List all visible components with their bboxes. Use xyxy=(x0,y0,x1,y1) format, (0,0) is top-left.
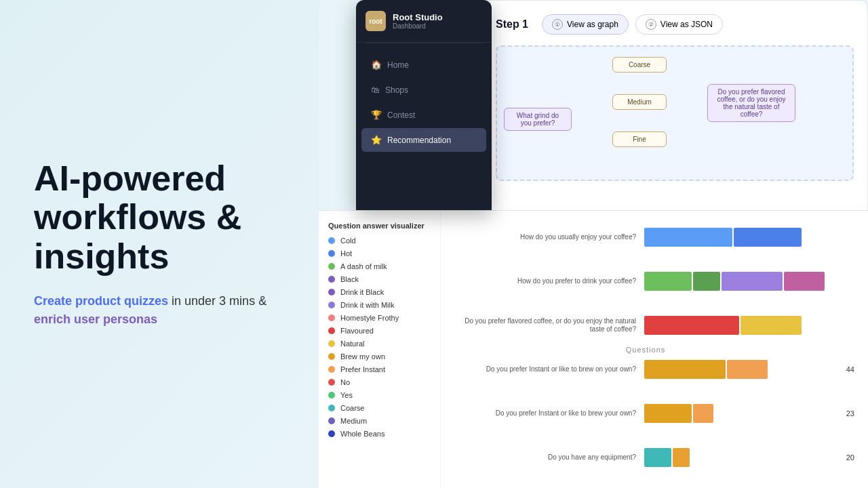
legend-label: Yes xyxy=(340,391,353,399)
chart-value: 23 xyxy=(846,409,854,418)
flow-node: Medium xyxy=(612,94,667,110)
chart-bar xyxy=(727,360,768,379)
view-graph-btn[interactable]: ① View as graph xyxy=(542,14,629,35)
legend-dot xyxy=(328,327,335,334)
flow-node: Coarse xyxy=(612,57,667,73)
nav-item-recommendation[interactable]: ⭐Recommendation xyxy=(361,128,486,152)
list-item: A dash of milk xyxy=(328,262,431,270)
chart-bars xyxy=(644,404,841,423)
chart-bar xyxy=(644,316,739,335)
table-row: How do you usually enjoy your coffee? xyxy=(454,218,854,258)
legend-label: Whole Beans xyxy=(340,430,384,438)
list-item: Brew my own xyxy=(328,352,431,361)
desc-mid: in under 3 mins & xyxy=(172,294,267,308)
legend-label: Cold xyxy=(340,237,356,245)
top-section: root Root Studio Dashboard 🏠Home🛍Shops🏆C… xyxy=(319,0,868,210)
chart-row-label: Do you prefer Instant or like to brew on… xyxy=(454,365,644,373)
list-item: Coarse xyxy=(328,404,431,412)
link-enrich-personas[interactable]: enrich user personas xyxy=(34,312,157,326)
app-header: root Root Studio Dashboard xyxy=(356,0,492,43)
list-item: Homestyle Frothy xyxy=(328,314,431,322)
nav-icon: 🏠 xyxy=(371,60,382,70)
link-create-quizzes[interactable]: Create product quizzes xyxy=(34,294,168,308)
app-title: Root Studio xyxy=(393,12,443,22)
app-window: root Root Studio Dashboard 🏠Home🛍Shops🏆C… xyxy=(356,0,492,210)
flow-node: Do you prefer flavored coffee, or do you… xyxy=(707,84,795,122)
legend-label: Flavoured xyxy=(340,327,374,335)
nav-icon: 🛍 xyxy=(371,85,380,95)
table-row: Do you prefer flavored coffee, or do you… xyxy=(454,306,854,346)
legend-label: Drink it Black xyxy=(340,288,384,296)
legend-label: Drink it with Milk xyxy=(340,301,394,309)
table-row: Do you have any equipment?20 xyxy=(454,437,854,477)
list-item: Cold xyxy=(328,237,431,245)
nav-item-home[interactable]: 🏠Home xyxy=(361,53,486,77)
bottom-section: Question answer visualizer ColdHotA dash… xyxy=(319,210,868,488)
view-graph-label: View as graph xyxy=(567,20,618,29)
table-row: Do you prefer Instant or like to brew on… xyxy=(454,349,854,389)
app-nav: 🏠Home🛍Shops🏆Contest⭐Recommendation xyxy=(356,43,492,161)
headline: AI-powered workflows & insights xyxy=(34,159,285,276)
view-json-label: View as JSON xyxy=(660,20,713,29)
chart-value: 44 xyxy=(846,365,854,373)
legend-dot xyxy=(328,379,335,386)
view-json-num: ② xyxy=(646,19,656,30)
chart-value: 20 xyxy=(846,453,854,462)
legend-dot xyxy=(328,263,335,270)
table-row: Do you prefer Instant or like to brew yo… xyxy=(454,393,854,433)
legend-items: ColdHotA dash of milkBlackDrink it Black… xyxy=(328,237,431,438)
legend-dot xyxy=(328,418,335,424)
table-row: How do you prefer to drink your coffee? xyxy=(454,262,854,302)
list-item: Drink it Black xyxy=(328,288,431,296)
legend-label: No xyxy=(340,378,350,386)
chart-bars xyxy=(644,360,841,379)
chart-row-label: Do you prefer Instant or like to brew yo… xyxy=(454,409,644,418)
legend-panel: Question answer visualizer ColdHotA dash… xyxy=(319,211,441,488)
chart-bar xyxy=(693,272,720,291)
nav-label: Contest xyxy=(387,110,415,120)
nav-item-contest[interactable]: 🏆Contest xyxy=(361,103,486,127)
legend-dot xyxy=(328,366,335,373)
view-json-btn[interactable]: ② View as JSON xyxy=(635,14,723,35)
list-item: Whole Beans xyxy=(328,430,431,438)
legend-label: Homestyle Frothy xyxy=(340,314,399,322)
list-item: No xyxy=(328,378,431,386)
chart-row-label: How do you usually enjoy your coffee? xyxy=(454,233,644,241)
legend-dot xyxy=(328,340,335,347)
nav-label: Shops xyxy=(385,85,408,95)
chart-bar xyxy=(644,404,692,423)
app-title-block: Root Studio Dashboard xyxy=(393,12,443,30)
legend-label: A dash of milk xyxy=(340,262,387,270)
chart-row-label: Do you prefer flavored coffee, or do you… xyxy=(454,317,644,333)
chart-bar xyxy=(644,228,732,247)
chart-bars xyxy=(644,228,854,247)
chart-bar xyxy=(644,272,692,291)
nav-item-shops[interactable]: 🛍Shops xyxy=(361,78,486,102)
description: Create product quizzes in under 3 mins &… xyxy=(34,292,285,329)
list-item: Hot xyxy=(328,249,431,258)
list-item: Drink it with Milk xyxy=(328,301,431,309)
chart-row-label: How do you prefer to drink your coffee? xyxy=(454,277,644,285)
chart-bars xyxy=(644,272,854,291)
list-item: Prefer Instant xyxy=(328,365,431,373)
legend-label: Hot xyxy=(340,249,352,258)
chart-bars xyxy=(644,316,854,335)
graph-header: Step 1 ① View as graph ② View as JSON xyxy=(496,14,854,35)
nav-label: Home xyxy=(387,60,409,70)
flow-node: Fine xyxy=(612,131,667,147)
legend-dot xyxy=(328,289,335,296)
step-label: Step 1 xyxy=(496,18,528,30)
app-subtitle: Dashboard xyxy=(393,22,443,30)
chart-bar xyxy=(734,228,802,247)
legend-dot xyxy=(328,353,335,360)
questions-axis-label: Questions xyxy=(626,346,666,354)
chart-bars xyxy=(644,448,841,467)
flow-diagram: CoarseMediumFineWhat grind do you prefer… xyxy=(496,45,854,181)
legend-dot xyxy=(328,250,335,257)
legend-label: Prefer Instant xyxy=(340,365,385,373)
list-item: Natural xyxy=(328,340,431,348)
view-graph-num: ① xyxy=(552,19,563,30)
chart-bar xyxy=(644,360,726,379)
legend-label: Black xyxy=(340,275,359,283)
chart-bar xyxy=(693,404,713,423)
